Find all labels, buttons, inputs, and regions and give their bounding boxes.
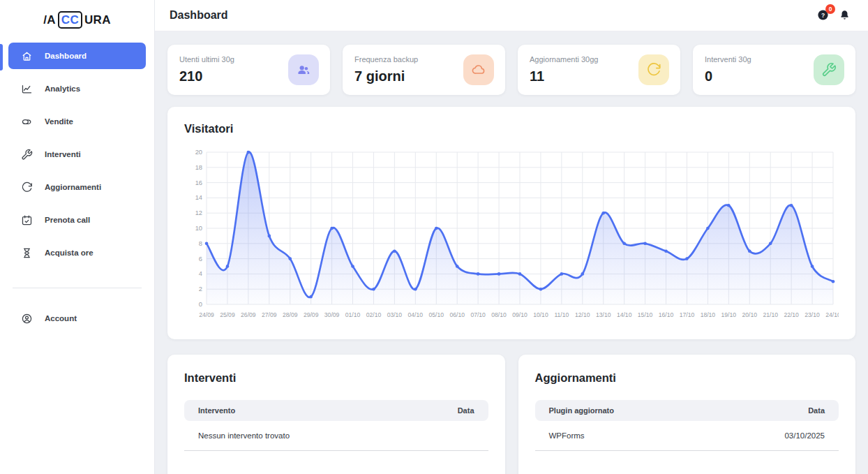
column-header: Plugin aggiornato [549,406,615,415]
table-empty-row: Nessun intervento trovato [184,421,488,451]
table-header: Plugin aggiornato Data [535,400,839,421]
stat-card-3: Interventi 30g 0 [693,45,855,95]
svg-text:2: 2 [199,286,202,292]
svg-text:14/10: 14/10 [617,311,632,318]
sidebar-item-acquista-ore[interactable]: Acquista ore [8,239,146,266]
analytics-icon [21,83,33,95]
sidebar-item-dashboard[interactable]: Dashboard [8,43,146,69]
stat-texts: Interventi 30g 0 [705,55,751,84]
brand-part-1: /A [43,13,56,27]
sidebar-item-label: Account [45,314,77,323]
main-area: Dashboard ? 0 Utenti ultimi 30g 210 Freq… [155,0,868,474]
stat-cards-row: Utenti ultimi 30g 210 Frequenza backup 7… [167,45,855,95]
sidebar-footer-nav: Account [0,305,154,338]
table-title: Interventi [184,371,488,385]
refresh-icon [638,54,669,85]
stat-label: Frequenza backup [354,55,418,64]
sidebar-divider [13,288,142,288]
svg-text:26/09: 26/09 [241,311,256,318]
svg-text:8: 8 [199,240,202,247]
help-icon[interactable]: ? 0 [817,9,830,22]
svg-text:13/10: 13/10 [596,311,611,318]
stat-value: 11 [530,68,598,84]
wrench-icon [814,54,844,85]
empty-text: Nessun intervento trovato [198,431,290,440]
svg-text:25/09: 25/09 [220,311,235,318]
user-circle-icon [21,313,33,325]
visitors-line-chart-svg: 0246810121416182024/0925/0926/0927/0928/… [184,148,839,324]
svg-text:01/10: 01/10 [345,311,361,318]
bottom-tables-row: Interventi Intervento Data Nessun interv… [167,355,855,474]
sidebar-item-label: Acquista ore [45,249,93,257]
svg-text:17/10: 17/10 [680,311,695,318]
svg-text:12/10: 12/10 [575,311,590,318]
visitors-chart-card: Visitatori 0246810121416182024/0925/0926… [167,107,855,339]
table-cell-name: WPForms [549,431,585,440]
svg-text:18: 18 [195,164,202,171]
svg-text:09/10: 09/10 [512,311,527,318]
sidebar-item-prenota-call[interactable]: Prenota call [8,207,146,233]
notification-badge: 0 [825,4,835,14]
svg-text:28/09: 28/09 [283,311,298,318]
svg-text:19/10: 19/10 [721,311,737,318]
stat-texts: Utenti ultimi 30g 210 [179,55,234,84]
svg-text:04/10: 04/10 [408,311,424,318]
svg-text:08/10: 08/10 [491,311,507,318]
stat-value: 210 [179,68,234,84]
stat-label: Utenti ultimi 30g [179,55,234,64]
svg-text:21/10: 21/10 [763,311,778,318]
svg-text:06/10: 06/10 [449,311,465,318]
sidebar-item-aggiornamenti[interactable]: Aggiornamenti [8,174,146,200]
topbar-actions: ? 0 [817,9,851,22]
coins-icon [21,116,33,128]
svg-text:6: 6 [199,255,202,262]
svg-text:16: 16 [195,179,202,186]
home-icon [21,50,33,62]
stat-value: 0 [705,68,751,84]
active-item-accent [0,44,3,71]
column-header: Data [808,406,825,415]
page-title: Dashboard [170,9,228,22]
svg-text:27/09: 27/09 [262,311,277,318]
svg-text:15/10: 15/10 [638,311,653,318]
svg-text:12: 12 [195,209,202,216]
svg-text:0: 0 [199,301,202,308]
cloud-icon [463,54,494,85]
calendar-check-icon [21,214,33,226]
sidebar-item-vendite[interactable]: Vendite [8,108,146,135]
svg-text:20: 20 [195,149,202,156]
table-card-aggiornamenti: Aggiornamenti Plugin aggiornato Data WPF… [518,355,856,474]
users-icon [288,54,319,85]
table-card-interventi: Interventi Intervento Data Nessun interv… [167,355,505,474]
table-row: WPForms 03/10/2025 [535,421,839,451]
dashboard-content: Utenti ultimi 30g 210 Frequenza backup 7… [155,31,868,474]
stat-card-2: Aggiornamenti 30gg 11 [518,45,680,95]
svg-text:14: 14 [195,194,202,201]
chart-title: Visitatori [184,122,839,135]
bell-icon[interactable] [839,9,851,22]
svg-text:02/10: 02/10 [366,311,382,318]
sidebar-item-analytics[interactable]: Analytics [8,75,146,102]
svg-text:?: ? [821,12,825,19]
svg-text:05/10: 05/10 [429,311,444,318]
table-title: Aggiornamenti [535,371,839,385]
sidebar-item-label: Analytics [45,84,80,93]
sidebar-item-label: Interventi [45,150,81,158]
visitors-chart: 0246810121416182024/0925/0926/0927/0928/… [184,148,839,324]
svg-text:11/10: 11/10 [554,311,569,318]
svg-text:10: 10 [195,225,202,232]
sidebar-item-interventi[interactable]: Interventi [8,141,146,168]
sidebar-item-label: Prenota call [45,216,90,224]
svg-text:23/10: 23/10 [805,311,820,318]
sidebar: /A CC URA DashboardAnalyticsVenditeInter… [0,0,155,474]
svg-text:24/10: 24/10 [825,311,839,318]
sidebar-item-account[interactable]: Account [8,305,146,332]
column-header: Intervento [198,406,235,415]
svg-text:20/10: 20/10 [742,311,758,318]
stat-label: Aggiornamenti 30gg [530,55,598,64]
svg-text:18/10: 18/10 [701,311,716,318]
refresh-icon [21,182,33,193]
stat-texts: Aggiornamenti 30gg 11 [530,55,598,84]
brand-logo: /A CC URA [6,11,149,29]
topbar: Dashboard ? 0 [155,0,868,31]
